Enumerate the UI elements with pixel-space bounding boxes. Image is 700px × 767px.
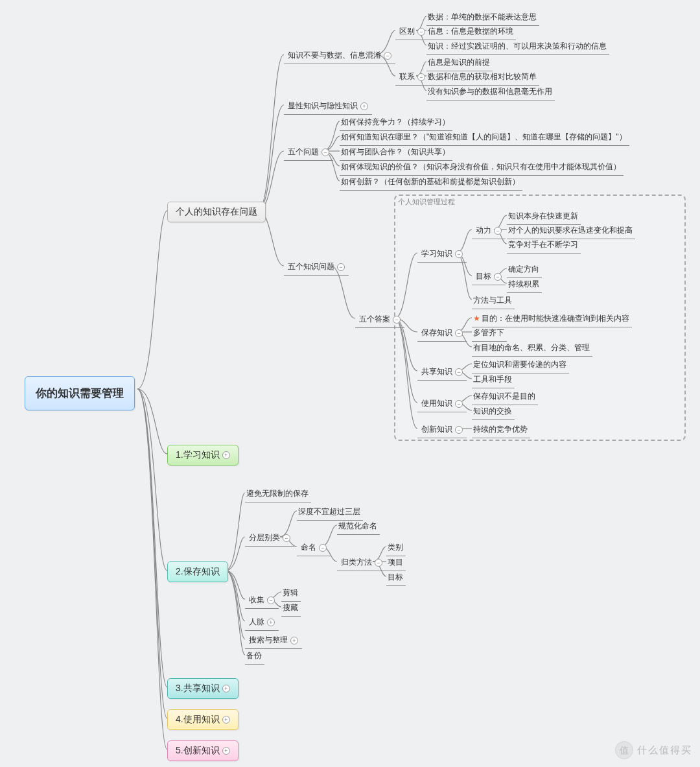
node-dongli[interactable]: 动力− [472, 224, 506, 239]
leaf-cat: 类别 [386, 541, 406, 556]
leaf-u1: 保存知识不是目的 [472, 390, 538, 405]
label: 共享知识 [421, 367, 452, 376]
leaf-s1: ★目的：在使用时能快速准确查询到相关内容 [472, 312, 632, 327]
collapse-icon[interactable]: − [417, 73, 425, 81]
boundary-label: 个人知识管理过程 [398, 197, 455, 207]
leaf-fav: 搜藏 [281, 601, 301, 617]
label: 知识不要与数据、信息混淆 [288, 51, 381, 60]
collapse-icon[interactable]: − [321, 148, 329, 156]
branch-personal-problems[interactable]: 个人的知识存在问题 [167, 202, 266, 222]
label: 区别 [399, 27, 415, 36]
leaf-q3: 如何与团队合作？（知识共享） [340, 145, 452, 161]
leaf-d1: 知识本身在快速更新 [507, 209, 581, 225]
collapse-icon[interactable]: − [455, 426, 463, 434]
node-five-questions[interactable]: 五个问题− [284, 145, 333, 161]
leaf-m1: 确定方向 [507, 263, 542, 278]
node-ans-save[interactable]: 保存知识− [417, 326, 467, 342]
label: 4.使用知识 [176, 714, 220, 724]
node-explicit[interactable]: 显性知识与隐性知识+ [284, 99, 372, 115]
watermark-text: 什么值得买 [637, 744, 692, 757]
leaf-rel-1: 信息是知识的前提 [426, 56, 493, 71]
label: 使用知识 [421, 399, 452, 408]
node-rel[interactable]: 联系− [395, 70, 429, 86]
branch-save[interactable]: 2.保存知识 [167, 561, 228, 582]
leaf-rel-3: 没有知识参与的数据和信息毫无作用 [426, 85, 555, 100]
node-layer[interactable]: 分层别类− [245, 531, 294, 547]
collapse-icon[interactable]: − [319, 544, 327, 552]
label: 五个问题 [288, 147, 319, 156]
leaf-q2: 如何知道知识在哪里？（"知道谁知道【人的问题】、知道在哪里【存储的问题】"） [340, 130, 629, 146]
label: 1.学习知识 [176, 449, 220, 460]
star-icon: ★ [473, 314, 480, 323]
expand-icon[interactable]: + [360, 102, 368, 110]
leaf-std-naming: 规范化命名 [337, 519, 380, 535]
root-node[interactable]: 你的知识需要管理 [25, 376, 135, 410]
expand-icon[interactable]: + [222, 685, 230, 692]
collapse-icon[interactable]: − [494, 273, 502, 281]
node-diff[interactable]: 区别− [395, 25, 429, 40]
label: 显性知识与隐性知识 [288, 101, 358, 110]
leaf-sh2: 工具和手段 [472, 373, 515, 388]
label: 联系 [399, 72, 415, 81]
label: 3.共享知识 [176, 683, 220, 693]
expand-icon[interactable]: + [267, 619, 275, 626]
label: 动力 [476, 226, 491, 235]
label: 分层别类 [249, 533, 280, 542]
node-five-answers[interactable]: 五个答案− [355, 313, 404, 328]
node-mubiao[interactable]: 目标− [472, 270, 506, 285]
label: 人脉 [249, 617, 264, 626]
node-search[interactable]: 搜索与整理+ [245, 633, 302, 649]
leaf-d3: 竞争对手在不断学习 [507, 238, 581, 254]
collapse-icon[interactable]: − [393, 316, 401, 324]
collapse-icon[interactable]: − [337, 263, 345, 271]
leaf-sh1: 定位知识和需要传递的内容 [472, 358, 569, 373]
expand-icon[interactable]: + [222, 451, 230, 459]
expand-icon[interactable]: + [222, 716, 230, 724]
label: 命名 [301, 543, 316, 552]
expand-icon[interactable]: + [290, 637, 298, 644]
collapse-icon[interactable]: − [267, 596, 275, 604]
label: 学习知识 [421, 249, 452, 258]
leaf-fangfa: 方法与工具 [472, 294, 515, 309]
label: 个人的知识存在问题 [176, 206, 257, 217]
collapse-icon[interactable]: − [455, 368, 463, 376]
node-method[interactable]: 归类方法− [337, 556, 386, 571]
watermark: 值 什么值得买 [615, 741, 692, 759]
leaf-depth: 深度不宜超过三层 [297, 505, 363, 521]
node-five-knowledge-problems[interactable]: 五个知识问题− [284, 260, 349, 276]
node-people[interactable]: 人脉+ [245, 615, 279, 631]
label: 目标 [476, 272, 491, 281]
watermark-badge-icon: 值 [615, 741, 633, 759]
node-ans-share[interactable]: 共享知识− [417, 365, 467, 381]
label: 五个知识问题 [288, 262, 334, 271]
leaf-backup: 备份 [245, 649, 264, 665]
collapse-icon[interactable]: − [417, 28, 425, 36]
leaf-q1: 如何保持竞争力？（持续学习） [340, 115, 452, 131]
leaf-diff-info: 信息：信息是数据的环境 [426, 25, 516, 40]
node-naming[interactable]: 命名− [297, 541, 331, 556]
label: 归类方法 [341, 558, 372, 567]
branch-use[interactable]: 4.使用知识+ [167, 709, 239, 730]
collapse-icon[interactable]: − [375, 559, 382, 567]
collapse-icon[interactable]: − [455, 400, 463, 408]
node-collect[interactable]: 收集− [245, 593, 279, 609]
node-ans-use[interactable]: 使用知识− [417, 397, 467, 412]
label: 目的：在使用时能快速准确查询到相关内容 [482, 314, 629, 323]
leaf-avoid: 避免无限制的保存 [245, 487, 311, 502]
node-ans-learn[interactable]: 学习知识− [417, 247, 467, 263]
branch-learn[interactable]: 1.学习知识+ [167, 445, 239, 466]
leaf-rel-2: 数据和信息的获取相对比较简单 [426, 70, 539, 86]
collapse-icon[interactable]: − [455, 250, 463, 258]
branch-innovate[interactable]: 5.创新知识+ [167, 740, 239, 761]
collapse-icon[interactable]: − [384, 52, 391, 60]
collapse-icon[interactable]: − [494, 227, 502, 235]
node-confuse[interactable]: 知识不要与数据、信息混淆− [284, 49, 395, 64]
branch-share[interactable]: 3.共享知识+ [167, 678, 239, 699]
label: 搜索与整理 [249, 635, 288, 644]
label: 五个答案 [359, 314, 390, 324]
label: 保存知识 [421, 328, 452, 337]
collapse-icon[interactable]: − [455, 329, 463, 337]
node-ans-innovate[interactable]: 创新知识− [417, 423, 467, 438]
expand-icon[interactable]: + [222, 747, 230, 755]
collapse-icon[interactable]: − [283, 534, 290, 542]
